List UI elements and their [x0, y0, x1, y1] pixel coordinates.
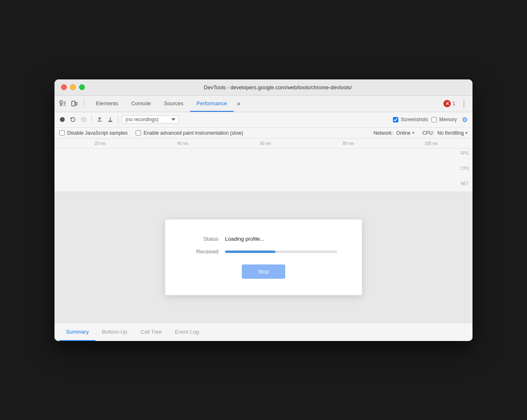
- disable-js-label[interactable]: Disable JavaScript samples: [59, 130, 127, 136]
- tick-20ms: 20 ms: [59, 141, 141, 146]
- cpu-dropdown[interactable]: CPU: No throttling ▾: [423, 130, 468, 136]
- recordings-dropdown[interactable]: (no recordings): [122, 115, 179, 124]
- svg-rect-1: [72, 101, 75, 106]
- timeline-area: 20 ms 40 ms 60 ms 80 ms 100 ms FPS CPU N…: [55, 139, 472, 192]
- download-button[interactable]: [106, 115, 115, 124]
- bottom-tabs: Summary Bottom-Up Call Tree Event Log: [55, 323, 472, 341]
- screenshots-checkbox[interactable]: [393, 117, 398, 122]
- tick-100ms: 100 ms: [390, 141, 472, 146]
- toolbar-divider-1: [91, 115, 92, 124]
- main-content: Status Loading profile... Received Stop: [55, 192, 472, 323]
- error-badge[interactable]: ✕ 1: [443, 100, 455, 107]
- memory-checkbox[interactable]: [432, 117, 437, 122]
- devtools-body: Elements Console Sources Performance » ✕: [55, 96, 472, 341]
- progress-bar: [225, 251, 337, 253]
- settings-left: Disable JavaScript samples Enable advanc…: [59, 130, 366, 136]
- track-labels: FPS CPU NET: [461, 151, 469, 186]
- window-title: DevTools - developers.google.com/web/too…: [90, 84, 466, 90]
- received-label: Received: [190, 248, 218, 255]
- minimize-button[interactable]: [70, 84, 76, 90]
- ruler-ticks: 20 ms 40 ms 60 ms 80 ms 100 ms: [55, 141, 472, 146]
- tick-80ms: 80 ms: [307, 141, 390, 146]
- tab-elements[interactable]: Elements: [89, 95, 125, 112]
- net-label: NET: [461, 181, 469, 186]
- cpu-label: CPU: [461, 166, 469, 171]
- svg-rect-2: [75, 102, 77, 105]
- performance-toolbar: (no recordings) Screenshots Memory ⚙: [55, 112, 472, 128]
- svg-line-5: [82, 118, 85, 121]
- record-button[interactable]: [58, 115, 67, 124]
- error-icon: ✕: [443, 100, 451, 107]
- titlebar: DevTools - developers.google.com/web/too…: [55, 79, 472, 96]
- tab-bar-icons: [58, 99, 84, 108]
- network-dropdown-arrow: ▾: [412, 131, 414, 135]
- toolbar-right: Screenshots Memory ⚙: [393, 115, 469, 124]
- status-value: Loading profile...: [225, 236, 264, 242]
- progress-fill: [225, 251, 275, 253]
- cpu-dropdown-arrow: ▾: [466, 131, 468, 135]
- disable-js-checkbox[interactable]: [59, 130, 65, 135]
- tab-event-log[interactable]: Event Log: [168, 323, 206, 341]
- advanced-paint-label[interactable]: Enable advanced paint instrumentation (s…: [136, 130, 243, 136]
- devtools-window: DevTools - developers.google.com/web/too…: [55, 79, 472, 341]
- settings-gear-icon[interactable]: ⚙: [460, 115, 469, 124]
- close-button[interactable]: [61, 84, 67, 90]
- clear-button[interactable]: [79, 115, 88, 124]
- main-tabs: Elements Console Sources Performance »: [89, 95, 443, 112]
- svg-rect-0: [60, 101, 62, 103]
- inspector-icon[interactable]: [58, 99, 68, 108]
- screenshots-checkbox-label[interactable]: Screenshots: [393, 117, 428, 122]
- tab-console[interactable]: Console: [125, 95, 157, 112]
- tick-40ms: 40 ms: [141, 141, 224, 146]
- svg-point-3: [60, 117, 65, 122]
- devtools-menu[interactable]: ⋮: [459, 97, 469, 110]
- memory-checkbox-label[interactable]: Memory: [432, 117, 457, 122]
- tab-bar: Elements Console Sources Performance » ✕: [55, 96, 472, 112]
- upload-button[interactable]: [95, 115, 104, 124]
- timeline-ruler: 20 ms 40 ms 60 ms 80 ms 100 ms: [55, 139, 472, 149]
- fps-label: FPS: [461, 151, 469, 156]
- status-label: Status: [190, 236, 218, 242]
- tab-performance[interactable]: Performance: [190, 95, 234, 112]
- tab-bar-right: ✕ 1 ⋮: [443, 97, 469, 110]
- reload-button[interactable]: [68, 115, 77, 124]
- received-row: Received: [190, 248, 337, 255]
- tab-bottom-up[interactable]: Bottom-Up: [95, 323, 134, 341]
- toolbar-divider-2: [118, 115, 118, 124]
- network-dropdown[interactable]: Network: Online ▾: [374, 130, 414, 136]
- settings-right: Network: Online ▾ CPU: No throttling ▾: [374, 130, 468, 136]
- traffic-lights: [61, 84, 85, 90]
- loading-dialog: Status Loading profile... Received Stop: [165, 219, 362, 295]
- tab-summary[interactable]: Summary: [59, 323, 95, 341]
- tab-sources[interactable]: Sources: [157, 95, 190, 112]
- settings-bar: Disable JavaScript samples Enable advanc…: [55, 128, 472, 139]
- tab-call-tree[interactable]: Call Tree: [134, 323, 168, 341]
- tick-60ms: 60 ms: [224, 141, 307, 146]
- advanced-paint-checkbox[interactable]: [136, 130, 141, 135]
- status-row: Status Loading profile...: [190, 236, 337, 242]
- device-toolbar-icon[interactable]: [69, 99, 79, 108]
- maximize-button[interactable]: [79, 84, 85, 90]
- more-tabs-button[interactable]: »: [234, 95, 244, 112]
- stop-button[interactable]: Stop: [242, 264, 286, 279]
